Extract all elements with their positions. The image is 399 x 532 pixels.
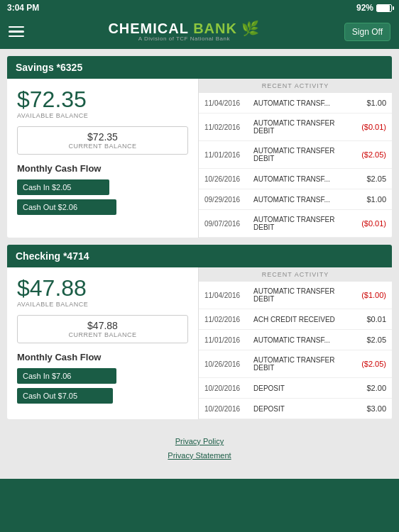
transaction-desc: AUTOMATIC TRANSF... [251,196,354,204]
cash-in-label: Cash In $2.05 [23,183,72,192]
transaction-date: 10/20/2016 [204,405,251,413]
current-balance-box: $72.35 CURRENT BALANCE [17,126,188,155]
transaction-date: 11/04/2016 [204,99,251,107]
transaction-amount: $1.00 [354,195,386,204]
transaction-amount: $2.05 [354,174,386,183]
transaction-amount: $0.01 [354,315,386,323]
logo-sub: A Division of TCF National Bank [108,35,260,42]
transaction-row: 11/01/2016 AUTOMATIC TRANSFER DEBIT ($2.… [199,141,392,169]
transaction-amount: ($2.05) [354,360,386,368]
battery-icon [376,4,392,12]
transaction-amount: ($0.01) [354,219,386,228]
transaction-amount: $3.00 [354,404,386,413]
transaction-amount: $1.00 [354,99,386,107]
transaction-desc: AUTOMATIC TRANSF... [251,99,354,107]
footer: Privacy Policy Privacy Statement [7,426,392,472]
transaction-date: 10/26/2016 [204,175,251,183]
transaction-row: 10/26/2016 AUTOMATIC TRANSF... $2.05 [199,169,392,189]
transaction-desc: AUTOMATIC TRANSFER DEBIT [251,287,354,303]
cash-out-label: Cash Out $2.06 [23,203,77,211]
transaction-amount: ($1.00) [354,291,386,299]
cash-out-fill: Cash Out $2.06 [17,199,116,215]
status-bar: 3:04 PM 92% [0,0,399,16]
transaction-desc: AUTOMATIC TRANSFER DEBIT [251,119,354,135]
transaction-row: 11/01/2016 AUTOMATIC TRANSF... $2.05 [199,330,392,350]
transaction-row: 11/04/2016 AUTOMATIC TRANSFER DEBIT ($1.… [199,282,392,309]
transaction-date: 09/29/2016 [204,196,251,204]
transaction-row: 11/02/2016 ACH CREDIT RECEIVED $0.01 [199,309,392,330]
transaction-date: 11/02/2016 [204,123,251,131]
account-savings-title: Savings *6325 [7,56,392,79]
transaction-date: 11/04/2016 [204,292,251,299]
transaction-desc: DEPOSIT [251,405,354,413]
status-time: 3:04 PM [7,3,39,13]
monthly-cash-flow-title: Monthly Cash Flow [17,163,188,174]
cash-in-bar: Cash In $7.06 [17,368,188,384]
account-checking: Checking *4714 $47.88 AVAILABLE BALANCE … [7,245,392,419]
cash-in-fill: Cash In $7.06 [17,368,116,384]
available-balance: $72.35 [17,87,188,112]
privacy-statement-link[interactable]: Privacy Statement [16,449,383,463]
transaction-row: 10/20/2016 DEPOSIT $2.00 [199,378,392,399]
available-balance: $47.88 [17,276,188,301]
transaction-date: 11/01/2016 [204,151,251,159]
transaction-desc: AUTOMATIC TRANSF... [251,175,354,183]
main-content: Savings *6325 $72.35 AVAILABLE BALANCE $… [0,49,399,479]
battery-percent: 92% [356,3,373,13]
transaction-row: 10/26/2016 AUTOMATIC TRANSFER DEBIT ($2.… [199,350,392,378]
transaction-desc: AUTOMATIC TRANSFER DEBIT [251,147,354,162]
account-checking-title: Checking *4714 [7,245,392,267]
cash-in-bar: Cash In $2.05 [17,179,188,195]
transaction-date: 10/26/2016 [204,360,251,368]
monthly-cash-flow-title: Monthly Cash Flow [17,352,188,362]
transaction-date: 09/07/2016 [204,220,251,228]
transaction-amount: $2.00 [354,384,386,392]
transaction-row: 11/04/2016 AUTOMATIC TRANSF... $1.00 [199,93,392,113]
transaction-desc: AUTOMATIC TRANSF... [251,336,354,344]
recent-activity-label: RECENT ACTIVITY [199,267,392,282]
recent-activity-label: RECENT ACTIVITY [199,79,392,93]
transaction-amount: ($0.01) [354,123,386,131]
transaction-desc: AUTOMATIC TRANSFER DEBIT [251,356,354,372]
transaction-desc: AUTOMATIC TRANSFER DEBIT [251,216,354,231]
sign-off-button[interactable]: Sign Off [344,23,390,41]
transaction-desc: ACH CREDIT RECEIVED [251,316,354,323]
available-balance-label: AVAILABLE BALANCE [17,112,188,119]
cash-in-label: Cash In $7.06 [23,372,72,380]
transaction-amount: ($2.05) [354,150,386,159]
current-balance-amount: $72.35 [22,131,183,143]
current-balance-amount: $47.88 [22,320,183,331]
transaction-row: 09/07/2016 AUTOMATIC TRANSFER DEBIT ($0.… [199,210,392,238]
privacy-policy-link[interactable]: Privacy Policy [16,435,383,449]
current-balance-label: CURRENT BALANCE [22,331,183,338]
transaction-date: 11/02/2016 [204,316,251,323]
transaction-amount: $2.05 [354,336,386,344]
transaction-row: 11/02/2016 AUTOMATIC TRANSFER DEBIT ($0.… [199,113,392,141]
logo-text: CHEMICAL BANK 🌿 [108,21,260,35]
available-balance-label: AVAILABLE BALANCE [17,301,188,308]
current-balance-label: CURRENT BALANCE [22,143,183,150]
cash-out-fill: Cash Out $7.05 [17,388,113,404]
transaction-desc: DEPOSIT [251,384,354,392]
cash-out-bar: Cash Out $7.05 [17,388,188,404]
menu-button[interactable] [9,26,24,38]
transaction-row: 09/29/2016 AUTOMATIC TRANSF... $1.00 [199,189,392,210]
cash-out-label: Cash Out $7.05 [23,392,77,400]
app-header: CHEMICAL BANK 🌿 A Division of TCF Nation… [0,16,399,49]
transaction-date: 11/01/2016 [204,336,251,344]
cash-out-bar: Cash Out $2.06 [17,199,188,215]
status-indicators: 92% [356,3,392,13]
transaction-row: 10/20/2016 DEPOSIT $3.00 [199,399,392,419]
cash-in-fill: Cash In $2.05 [17,179,109,195]
logo: CHEMICAL BANK 🌿 A Division of TCF Nation… [108,21,260,42]
account-savings: Savings *6325 $72.35 AVAILABLE BALANCE $… [7,56,392,238]
transaction-date: 10/20/2016 [204,384,251,392]
current-balance-box: $47.88 CURRENT BALANCE [17,315,188,343]
